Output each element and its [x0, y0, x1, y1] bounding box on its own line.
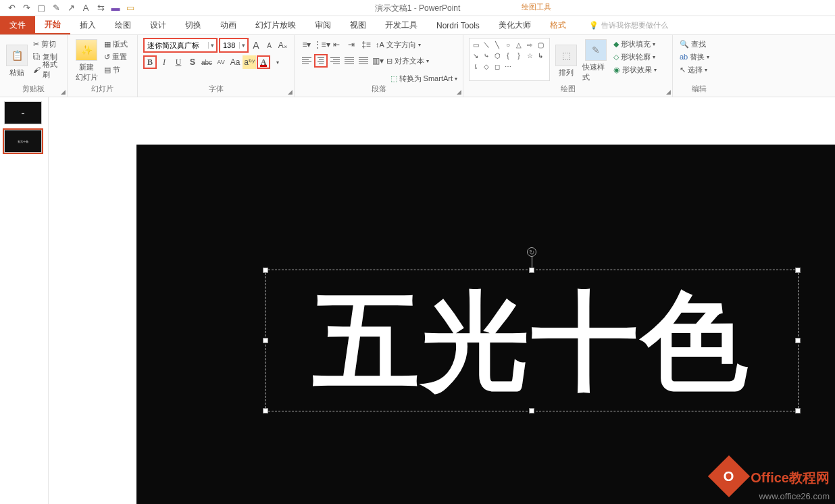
numbering-button[interactable]: ⋮≡▾ [315, 38, 328, 51]
shape-rrect[interactable]: ▢ [536, 40, 545, 49]
bold-button[interactable]: B [143, 55, 157, 69]
paste-button[interactable]: 📋 粘贴 [5, 38, 29, 84]
new-slide-button[interactable]: ✨ 新建 幻灯片 [73, 38, 100, 84]
align-left-button[interactable] [300, 54, 313, 68]
tab-beautify[interactable]: 美化大师 [489, 16, 540, 34]
font-dialog-launcher[interactable]: ◢ [288, 89, 293, 95]
shape-effects-button[interactable]: ◉形状效果▾ [612, 64, 658, 76]
tab-animations[interactable]: 动画 [211, 16, 246, 34]
clipboard-dialog-launcher[interactable]: ◢ [61, 89, 66, 95]
resize-handle-nw[interactable] [263, 268, 268, 273]
replace-button[interactable]: ab替换▾ [678, 51, 720, 63]
qat-link[interactable]: ⇆ [93, 1, 108, 15]
shape-callout[interactable]: ◻ [492, 61, 502, 71]
distribute-button[interactable] [357, 54, 370, 68]
shape-outline-button[interactable]: ◇形状轮廓▾ [612, 51, 658, 63]
columns-button[interactable]: ▥▾ [371, 54, 384, 68]
font-color-button[interactable]: A [257, 55, 270, 69]
slide-canvas[interactable]: ↻ 五光十色 [49, 97, 835, 504]
shape-fill-button[interactable]: ◆形状填充▾ [612, 38, 658, 50]
clear-format-button[interactable]: Aₓ [276, 39, 288, 52]
tab-format[interactable]: 格式 [540, 16, 576, 34]
format-painter-button[interactable]: 🖌格式刷 [32, 64, 61, 76]
slide[interactable]: ↻ 五光十色 [136, 145, 835, 504]
tab-developer[interactable]: 开发工具 [376, 16, 427, 34]
resize-handle-w[interactable] [263, 338, 268, 343]
italic-button[interactable]: I [157, 55, 171, 69]
shape-tri[interactable]: △ [514, 40, 524, 49]
shape-brace2[interactable]: } [514, 51, 524, 60]
align-right-button[interactable] [328, 54, 342, 68]
shape-conn4[interactable]: ⤹ [471, 61, 480, 71]
slide-thumbnail-1[interactable]: ▬ [4, 101, 42, 124]
tab-review[interactable]: 审阅 [305, 16, 340, 34]
shape-line2[interactable]: ╲ [492, 40, 502, 49]
font-name-input[interactable] [145, 39, 208, 51]
resize-handle-s[interactable] [529, 408, 534, 413]
resize-handle-n[interactable] [529, 268, 534, 273]
rotation-handle[interactable]: ↻ [527, 247, 536, 257]
align-center-button[interactable] [314, 54, 328, 68]
align-text-button[interactable]: ⊟对齐文本▾ [385, 55, 430, 67]
shape-star[interactable]: ☆ [525, 51, 534, 60]
grow-font-button[interactable]: A [250, 39, 262, 52]
justify-button[interactable] [343, 54, 356, 68]
font-size-input[interactable] [220, 39, 239, 51]
qat-folder[interactable]: ▭ [123, 1, 138, 15]
save-button[interactable]: ▬ [108, 1, 123, 15]
find-button[interactable]: 🔍查找 [678, 38, 720, 50]
tab-draw[interactable]: 绘图 [105, 16, 141, 34]
font-name-combo[interactable]: ▾ [143, 38, 218, 53]
slide-thumbnail-2[interactable]: 五光十色 [4, 130, 42, 153]
arrange-button[interactable]: ⬚ 排列 [553, 38, 580, 84]
highlight-button[interactable]: aᵇʸ [243, 55, 256, 69]
cut-button[interactable]: ✂剪切 [32, 38, 61, 50]
shape-hex[interactable]: ⬡ [492, 51, 502, 60]
line-spacing-button[interactable]: ‡≡ [359, 38, 373, 51]
tell-me-search[interactable]: 💡 告诉我你想要做什么 [589, 16, 668, 34]
section-button[interactable]: ▤节 [103, 64, 129, 76]
shape-more[interactable]: ⋯ [503, 61, 513, 71]
tab-home[interactable]: 开始 [35, 16, 70, 34]
tab-design[interactable]: 设计 [141, 16, 176, 34]
shapes-gallery[interactable]: ▭ ＼ ╲ ○ △ ⇨ ▢ ↘ ⤷ ⬡ { } ☆ ↳ ⤹ ◇ ◻ ⋯ [469, 38, 550, 81]
shape-conn1[interactable]: ↘ [471, 51, 480, 60]
shape-conn3[interactable]: ↳ [536, 51, 545, 60]
text-box-selected[interactable]: ↻ 五光十色 [265, 270, 799, 411]
shape-oval[interactable]: ○ [503, 40, 513, 49]
shape-conn2[interactable]: ⤷ [482, 51, 491, 60]
font-size-combo[interactable]: ▾ [219, 38, 249, 53]
layout-button[interactable]: ▦版式 [103, 38, 129, 50]
qat-brush[interactable]: ✎ [49, 1, 64, 15]
shape-line[interactable]: ＼ [482, 40, 491, 49]
tab-insert[interactable]: 插入 [70, 16, 105, 34]
shape-rect[interactable]: ▭ [471, 40, 480, 49]
tab-slideshow[interactable]: 幻灯片放映 [246, 16, 305, 34]
tab-view[interactable]: 视图 [340, 16, 376, 34]
font-color-dropdown[interactable]: ▾ [271, 55, 284, 69]
qat-new[interactable]: ▢ [34, 1, 49, 15]
tab-file[interactable]: 文件 [0, 16, 35, 34]
change-case-button[interactable]: Aa [228, 55, 242, 69]
quick-styles-button[interactable]: ✎ 快速样式 [582, 38, 609, 84]
undo-button[interactable]: ↶ [4, 1, 19, 15]
resize-handle-sw[interactable] [263, 408, 268, 413]
bullets-button[interactable]: ≡▾ [300, 38, 313, 51]
smartart-button[interactable]: ⬚转换为 SmartArt▾ [389, 72, 459, 84]
shadow-button[interactable]: S [186, 55, 199, 69]
resize-handle-se[interactable] [795, 408, 801, 413]
slide-text-content[interactable]: 五光十色 [265, 270, 798, 412]
increase-indent-button[interactable]: ⇥ [345, 38, 358, 51]
decrease-indent-button[interactable]: ⇤ [330, 38, 343, 51]
shape-brace[interactable]: { [503, 51, 513, 60]
qat-text[interactable]: A [78, 1, 93, 15]
char-spacing-button[interactable]: AV [214, 55, 228, 69]
reset-button[interactable]: ↺重置 [103, 51, 129, 63]
tab-transitions[interactable]: 切换 [176, 16, 211, 34]
shrink-font-button[interactable]: A [263, 39, 276, 52]
redo-button[interactable]: ↷ [19, 1, 34, 15]
strikethrough-button[interactable]: abc [200, 55, 213, 69]
text-direction-button[interactable]: ↕A文字方向▾ [374, 39, 422, 51]
paragraph-dialog-launcher[interactable]: ◢ [457, 89, 461, 95]
font-name-dropdown[interactable]: ▾ [208, 42, 216, 49]
